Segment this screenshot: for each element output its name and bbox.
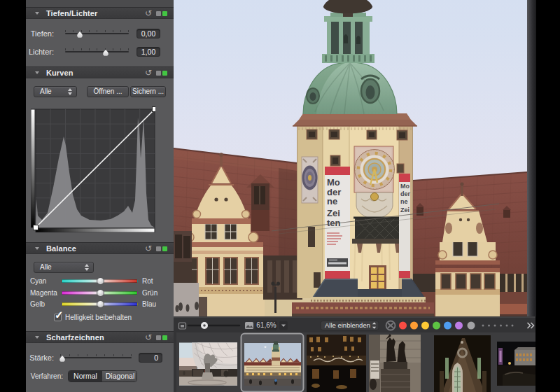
svg-text:61,6%: 61,6%: [256, 321, 276, 329]
svg-text:Alle einblenden: Alle einblenden: [325, 321, 370, 329]
